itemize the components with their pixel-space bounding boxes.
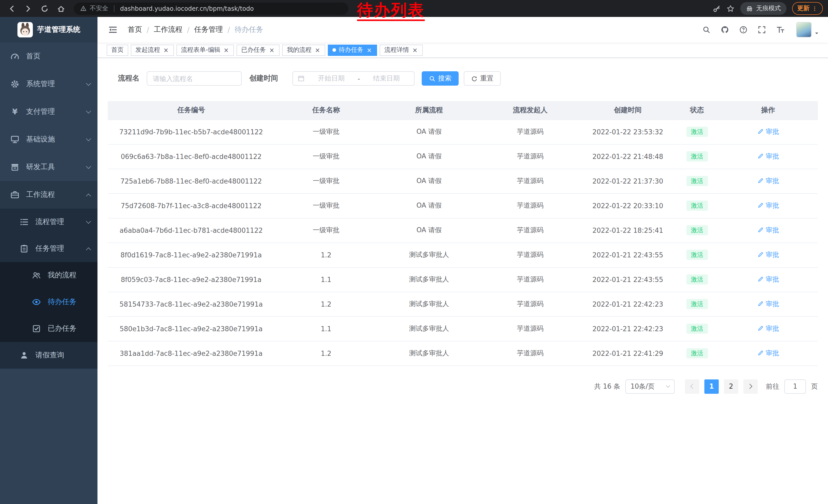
approve-link[interactable]: 审批 [757,127,779,136]
pen-icon [757,129,763,135]
status-badge: 激活 [686,348,708,359]
sidebar-item-done-tasks[interactable]: 已办任务 [0,315,97,342]
forward-button[interactable] [22,2,35,15]
page-button-2[interactable]: 2 [724,379,738,394]
breadcrumb-workflow[interactable]: 工作流程 [154,25,182,34]
approve-link[interactable]: 审批 [757,275,779,284]
sidebar-item-payment-management[interactable]: ¥支付管理 [0,98,97,126]
sidebar-item-home[interactable]: 首页 [0,43,97,70]
approve-label: 审批 [766,176,779,186]
status-badge: 激活 [686,127,708,137]
approve-link[interactable]: 审批 [757,300,779,309]
sidebar-item-label: 任务管理 [35,244,64,253]
app-logo[interactable]: 芋道管理系统 [0,17,97,43]
github-button[interactable] [717,22,733,37]
approve-link[interactable]: 审批 [757,324,779,333]
process-name-input[interactable] [147,71,242,86]
cell-task-name: 1.1 [275,316,377,341]
breadcrumb-home[interactable]: 首页 [128,25,142,34]
page-size-select[interactable]: 10条/页 [625,379,675,394]
update-button[interactable]: 更新 [792,2,823,15]
column-header-1: 任务名称 [275,101,377,120]
star-icon[interactable] [727,4,735,12]
chevron-right-icon [747,384,752,389]
back-button[interactable] [5,2,18,15]
sidebar-item-system-management[interactable]: 系统管理 [0,70,97,98]
breadcrumb-task-management[interactable]: 任务管理 [194,25,223,34]
tools-icon [10,163,19,172]
cell-action: 审批 [718,242,818,267]
sidebar-item-label: 系统管理 [26,80,55,89]
cell-task-name: 一级审批 [275,120,377,144]
close-icon[interactable]: × [268,47,275,53]
table-row: 580e1b3d-7ac8-11ec-a9e2-a2380e71991a1.1测… [108,316,818,341]
help-button[interactable] [736,22,751,37]
home-button[interactable] [54,2,68,15]
sidebar-item-my-process[interactable]: 我的流程 [0,262,97,289]
next-page-button[interactable] [743,379,758,394]
tab-todo-tasks[interactable]: 待办任务× [328,44,377,56]
tab-process-detail[interactable]: 流程详情× [380,44,423,56]
create-time-label: 创建时间 [249,74,278,83]
approve-link[interactable]: 审批 [757,250,779,260]
date-range-picker[interactable]: 开始日期 - 结束日期 [292,71,415,86]
tab-form-edit[interactable]: 流程表单-编辑× [176,44,234,56]
tab-start-process[interactable]: 发起流程× [131,44,174,56]
cell-initiator: 芋道源码 [481,316,580,341]
dashboard-icon [10,52,19,61]
reset-button[interactable]: 重置 [464,71,501,86]
chevron-up-icon [86,193,91,198]
font-size-button[interactable] [773,22,788,37]
cell-create-time: 2022-01-21 22:42:23 [580,292,676,316]
reload-button[interactable] [38,2,51,15]
main-panel: 首页/工作流程/任务管理/待办任务 首页发起流程×流程表单-编辑×已办任务×我的… [97,17,828,504]
chevron-down-icon [86,108,91,113]
task-icon [19,244,29,253]
sidebar-item-infrastructure[interactable]: 基础设施 [0,126,97,153]
cell-process-name: OA 请假 [378,144,481,169]
goto-page-input[interactable] [784,379,806,394]
eye-icon [32,297,41,307]
search-icon [702,26,710,34]
sidebar-item-leave-query[interactable]: 请假查询 [0,342,97,369]
page-unit-label: 页 [811,382,818,391]
approve-link[interactable]: 审批 [757,201,779,210]
close-icon[interactable]: × [412,47,418,53]
close-icon[interactable]: × [314,47,321,53]
key-icon[interactable] [713,4,721,12]
page-size-value: 10条/页 [630,382,655,391]
table-row: 8f059c03-7ac8-11ec-a9e2-a2380e71991a1.1测… [108,267,818,292]
sidebar-item-todo-tasks[interactable]: 待办任务 [0,289,97,315]
close-icon[interactable]: × [223,47,230,53]
fullscreen-button[interactable] [754,22,770,37]
sidebar-item-task-management[interactable]: 任务管理 [0,235,97,262]
cell-task-name: 一级审批 [275,193,377,218]
close-icon[interactable]: × [366,47,373,53]
tab-my-process[interactable]: 我的流程× [282,44,326,56]
sidebar-item-process-management[interactable]: 流程管理 [0,209,97,235]
cell-task-name: 一级审批 [275,144,377,169]
search-button[interactable]: 搜索 [422,71,459,86]
sidebar-item-dev-tools[interactable]: 研发工具 [0,153,97,181]
close-icon[interactable]: × [163,47,169,53]
cell-initiator: 芋道源码 [481,267,580,292]
pen-icon [757,227,763,234]
approve-link[interactable]: 审批 [757,226,779,235]
approve-link[interactable]: 审批 [757,152,779,161]
cell-status: 激活 [676,242,718,267]
header-search-button[interactable] [699,22,714,37]
tab-done-tasks[interactable]: 已办任务× [237,44,280,56]
tab-label: 待办任务 [339,46,364,54]
user-menu[interactable] [796,22,820,37]
sidebar-toggle-button[interactable] [105,22,121,37]
approve-link[interactable]: 审批 [757,349,779,358]
tab-home[interactable]: 首页 [107,44,128,56]
pen-icon [757,251,763,258]
address-bar[interactable]: 不安全 dashboard.yudao.iocoder.cn/bpm/task/… [74,2,348,15]
approve-link[interactable]: 审批 [757,176,779,186]
active-tab-dot [333,48,336,52]
prev-page-button[interactable] [685,379,699,394]
sidebar-item-workflow[interactable]: 工作流程 [0,181,97,209]
pen-icon [757,178,763,184]
page-button-1[interactable]: 1 [704,379,719,394]
